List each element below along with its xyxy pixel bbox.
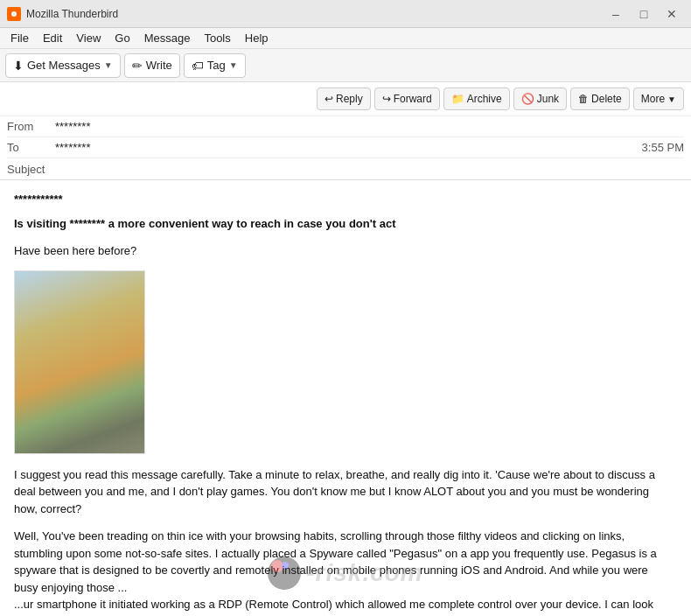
menu-file[interactable]: File	[3, 30, 36, 46]
email-paragraph2: Well, You've been treading on thin ice w…	[14, 528, 661, 616]
to-label: To	[7, 141, 55, 154]
email-headline: Is visiting ******** a more convenient w…	[14, 215, 661, 233]
email-body: *********** Is visiting ******** a more …	[14, 191, 661, 616]
write-button[interactable]: ✏ Write	[124, 53, 180, 78]
email-fields: From ******** To ******** 3:55 PM Subjec…	[0, 116, 691, 179]
app-icon	[7, 7, 21, 21]
window-title: Mozilla Thunderbird	[26, 8, 604, 20]
get-messages-label: Get Messages	[27, 59, 101, 72]
junk-icon: 🚫	[521, 93, 534, 105]
pencil-icon: ✏	[132, 59, 143, 73]
archive-icon: 📁	[451, 93, 464, 105]
delete-button[interactable]: 🗑 Delete	[570, 88, 630, 110]
junk-button[interactable]: 🚫 Junk	[513, 88, 567, 110]
to-value: ********	[55, 141, 642, 154]
svg-point-1	[11, 11, 17, 17]
junk-label: Junk	[537, 93, 559, 105]
delete-label: Delete	[591, 93, 622, 105]
get-messages-dropdown-icon[interactable]: ▼	[104, 60, 113, 70]
subject-label: Subject	[7, 163, 55, 176]
forward-button[interactable]: ↪ Forward	[374, 88, 440, 110]
delete-icon: 🗑	[578, 93, 589, 105]
email-intro: Have been here before?	[14, 242, 661, 260]
archive-button[interactable]: 📁 Archive	[443, 88, 510, 110]
email-time: 3:55 PM	[642, 141, 684, 154]
email-paragraph1: I suggest you read this message carefull…	[14, 466, 661, 518]
maximize-button[interactable]: □	[632, 4, 656, 24]
menu-go[interactable]: Go	[108, 30, 136, 46]
from-row: From ********	[7, 116, 684, 137]
reply-label: Reply	[336, 93, 363, 105]
main-toolbar: ⬇ Get Messages ▼ ✏ Write 🏷 Tag ▼	[0, 49, 691, 82]
menu-help[interactable]: Help	[238, 30, 276, 46]
archive-label: Archive	[467, 93, 502, 105]
reply-button[interactable]: ↩ Reply	[317, 88, 371, 110]
header-action-toolbar: ↩ Reply ↪ Forward 📁 Archive 🚫 Junk 🗑 Del…	[0, 82, 691, 116]
get-messages-button[interactable]: ⬇ Get Messages ▼	[5, 53, 121, 78]
more-dropdown-icon: ▼	[667, 94, 676, 104]
tag-button[interactable]: 🏷 Tag ▼	[184, 53, 246, 78]
menu-tools[interactable]: Tools	[197, 30, 237, 46]
menu-edit[interactable]: Edit	[36, 30, 69, 46]
reply-icon: ↩	[325, 93, 333, 105]
tag-label: Tag	[207, 59, 226, 72]
to-row: To ******** 3:55 PM	[7, 137, 684, 158]
titlebar: Mozilla Thunderbird – □ ✕	[0, 0, 691, 28]
minimize-button[interactable]: –	[604, 4, 628, 24]
email-stars: ***********	[14, 191, 661, 208]
tag-dropdown-icon[interactable]: ▼	[229, 60, 238, 70]
more-button[interactable]: More ▼	[633, 88, 684, 110]
forward-icon: ↪	[382, 93, 391, 105]
tag-icon: 🏷	[192, 59, 204, 73]
email-body-container[interactable]: *********** Is visiting ******** a more …	[0, 180, 691, 616]
menu-view[interactable]: View	[69, 30, 108, 46]
email-image	[14, 270, 145, 454]
close-button[interactable]: ✕	[660, 4, 684, 24]
write-label: Write	[146, 59, 172, 72]
menubar: const menuData = JSON.parse(document.get…	[0, 28, 691, 49]
more-label: More	[641, 93, 665, 105]
forward-label: Forward	[394, 93, 432, 105]
menu-message[interactable]: Message	[137, 30, 198, 46]
email-header: ↩ Reply ↪ Forward 📁 Archive 🚫 Junk 🗑 Del…	[0, 82, 691, 180]
from-label: From	[7, 120, 55, 133]
from-value: ********	[55, 120, 684, 133]
window-controls: – □ ✕	[604, 4, 684, 24]
download-icon: ⬇	[13, 59, 24, 73]
subject-row: Subject	[7, 158, 684, 179]
